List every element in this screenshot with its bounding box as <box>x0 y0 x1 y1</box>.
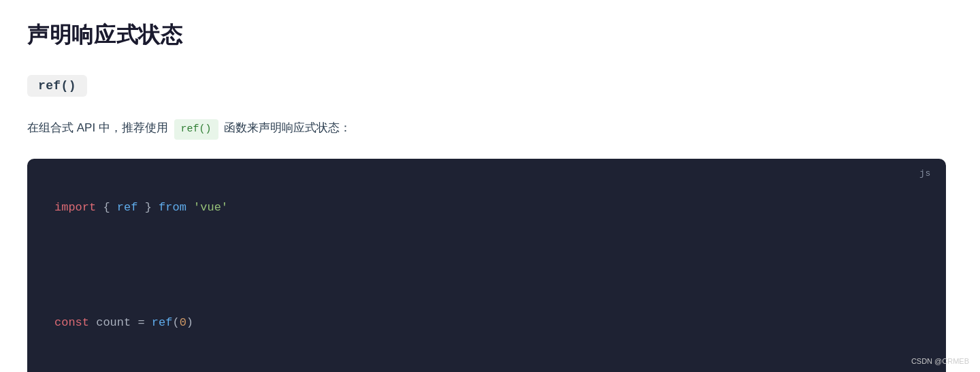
brace-close: } <box>145 201 152 214</box>
brace-open: { <box>103 201 110 214</box>
inline-ref-code: ref() <box>174 119 218 140</box>
punct-space3 <box>137 201 144 214</box>
kw-const: const <box>54 316 89 329</box>
watermark: CSDN @CRMEB <box>911 357 969 365</box>
code-block: js import { ref } from 'vue' const count… <box>27 159 946 373</box>
page-title: 声明响应式状态 <box>27 20 946 50</box>
code-line-gap <box>54 260 919 274</box>
fn-ref: ref <box>152 316 173 329</box>
kw-import: import <box>54 201 96 214</box>
num-zero: 0 <box>180 316 186 329</box>
ref-badge: ref() <box>27 75 87 97</box>
description-paragraph: 在组合式 API 中，推荐使用 ref() 函数来声明响应式状态： <box>27 119 946 140</box>
paren-open: ( <box>172 316 179 329</box>
punct-space6 <box>89 316 96 329</box>
paren-close: ) <box>186 316 193 329</box>
code-lang-label: js <box>919 168 931 179</box>
code-line-1: import { ref } from 'vue' <box>54 198 919 218</box>
description-text-before: 在组合式 API 中，推荐使用 <box>27 121 168 134</box>
punct-space4 <box>152 201 159 214</box>
punct-space2 <box>110 201 117 214</box>
punct-space5 <box>186 201 193 214</box>
var-count: count <box>96 316 131 329</box>
ref-keyword: ref <box>117 201 138 214</box>
punct-space7 <box>131 316 137 329</box>
punct-space8 <box>145 316 152 329</box>
punct-space1 <box>96 201 103 214</box>
description-text-after: 函数来声明响应式状态： <box>224 121 351 134</box>
kw-from: from <box>159 201 186 214</box>
code-content: import { ref } from 'vue' const count = … <box>54 179 919 373</box>
op-eq: = <box>137 316 144 329</box>
str-vue: 'vue' <box>193 201 228 214</box>
code-line-2: const count = ref(0) <box>54 313 919 333</box>
